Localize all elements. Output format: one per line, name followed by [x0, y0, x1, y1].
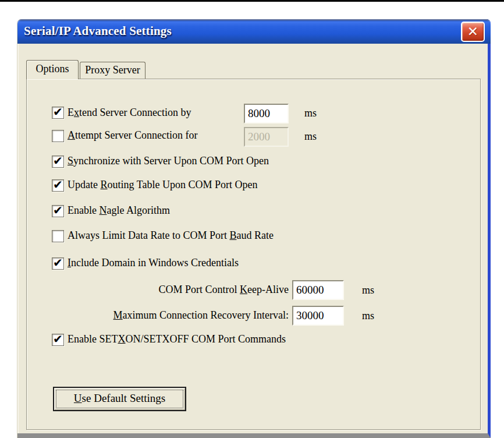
synchronize-with-server-label[interactable]: Synchronize with Server Upon COM Port Op…: [68, 155, 269, 167]
access-key: U: [74, 392, 82, 404]
label-text: Enable: [68, 204, 99, 216]
dialog-title: Serial/IP Advanced Settings: [24, 24, 172, 38]
label-text: Always Limit Data Rate to COM Port: [68, 229, 229, 241]
close-icon: ✕: [467, 24, 478, 39]
attempt-connection-ms-input: [244, 127, 289, 147]
access-key: K: [240, 284, 247, 295]
label-text: ttempt Server Connection for: [75, 129, 197, 141]
label-text: outing Table Upon COM Port Open: [108, 179, 258, 190]
extend-server-connection-checkbox[interactable]: ✔: [52, 107, 64, 119]
label-text: se Default Settings: [82, 392, 166, 404]
label-text: eep-Alive: [247, 284, 289, 295]
enable-nagle-algorithm-label[interactable]: Enable Nagle Algorithm: [68, 204, 170, 217]
recovery-interval-ms-input[interactable]: [292, 306, 344, 326]
limit-data-rate-checkbox[interactable]: ✔: [52, 230, 64, 242]
label-text: aud Rate: [237, 229, 274, 241]
recovery-interval-ms-unit: ms: [362, 310, 374, 322]
label-text: nclude Domain in Windows Credentials: [71, 257, 239, 269]
extend-connection-ms-input[interactable]: [244, 104, 289, 123]
checkmark-icon: ✔: [53, 203, 63, 217]
tab-options[interactable]: Options: [26, 60, 79, 79]
access-key: S: [68, 155, 73, 167]
recovery-interval-label: Maximum Connection Recovery Interval:: [68, 309, 289, 322]
access-key: A: [68, 129, 75, 141]
use-default-settings-button[interactable]: Use Default Settings: [53, 387, 186, 411]
label-text: Enable SET: [68, 333, 118, 345]
label-text: aximum Connection Recovery Interval:: [123, 309, 289, 321]
tab-proxy-server[interactable]: Proxy Server: [80, 62, 145, 79]
page-top-rule: [0, 0, 504, 2]
access-key: X: [118, 333, 125, 345]
checkmark-icon: ✔: [53, 105, 63, 119]
keep-alive-ms-unit: ms: [362, 284, 374, 296]
dialog-client-area: Options Proxy Server ✔ Extend Server Con…: [17, 44, 488, 433]
synchronize-with-server-checkbox[interactable]: ✔: [52, 156, 64, 168]
access-key: x: [74, 107, 79, 118]
enable-setxon-setxoff-checkbox[interactable]: ✔: [52, 334, 64, 346]
button-focus-ring: Use Default Settings: [56, 390, 183, 408]
label-text: ON/SETXOFF COM Port Commands: [125, 333, 286, 345]
close-button[interactable]: ✕: [461, 22, 485, 42]
access-key: R: [100, 179, 107, 190]
keep-alive-label: COM Port Control Keep-Alive: [68, 284, 289, 296]
access-key: N: [99, 204, 107, 216]
checkmark-icon: ✔: [53, 256, 63, 270]
dialog-titlebar[interactable]: Serial/IP Advanced Settings ✕: [17, 19, 491, 44]
checkmark-icon: ✔: [53, 178, 63, 192]
label-text: Update: [68, 179, 100, 190]
keep-alive-ms-input[interactable]: [292, 280, 344, 300]
serialip-advanced-settings-dialog: Serial/IP Advanced Settings ✕ Options Pr…: [17, 19, 491, 438]
label-text: E: [68, 107, 74, 118]
extend-server-connection-label[interactable]: Extend Server Connection by: [68, 107, 191, 119]
access-key: M: [113, 309, 123, 321]
attempt-server-connection-label[interactable]: Attempt Server Connection for: [68, 129, 197, 142]
label-text: agle Algorithm: [107, 204, 169, 216]
access-key: B: [229, 229, 236, 241]
update-routing-table-checkbox[interactable]: ✔: [52, 179, 64, 192]
label-text: ynchronize with Server Upon COM Port Ope…: [73, 155, 269, 167]
extend-connection-ms-unit: ms: [304, 107, 317, 119]
label-text: tend Server Connection by: [79, 107, 191, 118]
include-domain-credentials-label[interactable]: Include Domain in Windows Credentials: [68, 257, 239, 269]
options-tab-panel: ✔ Extend Server Connection by ms ✔ Attem…: [26, 79, 481, 430]
checkmark-icon: ✔: [53, 332, 63, 346]
checkmark-icon: ✔: [53, 154, 63, 168]
include-domain-credentials-checkbox[interactable]: ✔: [52, 257, 64, 270]
label-text: COM Port Control: [159, 284, 240, 295]
limit-data-rate-label[interactable]: Always Limit Data Rate to COM Port Baud …: [68, 229, 274, 242]
attempt-server-connection-checkbox[interactable]: ✔: [52, 130, 64, 142]
enable-setxon-setxoff-label[interactable]: Enable SETXON/SETXOFF COM Port Commands: [68, 333, 286, 345]
update-routing-table-label[interactable]: Update Routing Table Upon COM Port Open: [68, 179, 257, 191]
enable-nagle-algorithm-checkbox[interactable]: ✔: [52, 205, 64, 217]
attempt-connection-ms-unit: ms: [304, 130, 317, 143]
